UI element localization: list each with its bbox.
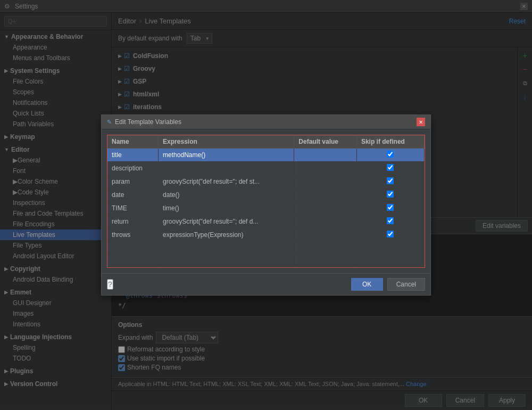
- cell-expression: expressionType(Expression): [159, 228, 294, 242]
- cell-name: TIME: [107, 202, 159, 215]
- modal-title-label: Edit Template Variables: [115, 118, 181, 126]
- cell-expression: groovyScript("def result=''; def d...: [159, 215, 294, 228]
- edit-template-variables-dialog: ✎ Edit Template Variables ✕ Name Express…: [101, 114, 431, 296]
- cell-default: [294, 149, 357, 162]
- cell-default: [294, 175, 357, 188]
- table-row-empty: [107, 255, 425, 267]
- cell-skip: [356, 188, 424, 202]
- modal-title-bar: ✎ Edit Template Variables ✕: [102, 115, 430, 129]
- modal-table-container: Name Expression Default value Skip if de…: [107, 135, 425, 268]
- cell-expression: date(): [159, 188, 294, 202]
- cell-expression: groovyScript("def result=''; def st...: [159, 175, 294, 188]
- modal-icon: ✎: [107, 119, 112, 126]
- skip-checkbox-3[interactable]: [387, 191, 394, 198]
- cell-default: [294, 162, 357, 175]
- col-expression: Expression: [159, 135, 294, 149]
- cell-name: description: [107, 162, 159, 175]
- skip-checkbox-1[interactable]: [387, 164, 394, 171]
- cell-skip: [356, 215, 424, 228]
- skip-checkbox-6[interactable]: [387, 231, 394, 237]
- col-skip-if-defined: Skip if defined: [356, 135, 424, 149]
- table-row[interactable]: TIME time(): [107, 202, 425, 215]
- cell-name: date: [107, 188, 159, 202]
- cell-name: return: [107, 215, 159, 228]
- modal-variables-table: Name Expression Default value Skip if de…: [107, 135, 425, 267]
- cell-name: title: [107, 149, 159, 162]
- cell-default: [294, 228, 357, 242]
- skip-checkbox-5[interactable]: [387, 217, 394, 224]
- cell-skip: [356, 228, 424, 242]
- skip-checkbox-4[interactable]: [387, 204, 394, 211]
- table-row[interactable]: date date(): [107, 188, 425, 202]
- skip-checkbox-0[interactable]: [387, 151, 394, 158]
- cell-skip: [356, 149, 424, 162]
- cell-expression: methodName(): [159, 149, 294, 162]
- modal-footer: ? OK Cancel: [102, 273, 430, 295]
- table-row[interactable]: description: [107, 162, 425, 175]
- modal-footer-buttons: OK Cancel: [351, 278, 425, 291]
- col-name: Name: [107, 135, 159, 149]
- col-default-value: Default value: [294, 135, 357, 149]
- help-button[interactable]: ?: [107, 279, 113, 290]
- cell-default: [294, 188, 357, 202]
- table-row-empty: [107, 242, 425, 255]
- table-row[interactable]: param groovyScript("def result=''; def s…: [107, 175, 425, 188]
- table-row[interactable]: throws expressionType(Expression): [107, 228, 425, 242]
- cell-skip: [356, 162, 424, 175]
- cell-skip: [356, 175, 424, 188]
- cell-default: [294, 215, 357, 228]
- modal-overlay: ✎ Edit Template Variables ✕ Name Express…: [0, 0, 532, 410]
- modal-cancel-button[interactable]: Cancel: [387, 278, 425, 291]
- cell-expression: time(): [159, 202, 294, 215]
- cell-expression: [159, 162, 294, 175]
- cell-name: throws: [107, 228, 159, 242]
- skip-checkbox-2[interactable]: [387, 177, 394, 184]
- cell-default: [294, 202, 357, 215]
- table-row[interactable]: title methodName(): [107, 149, 425, 162]
- modal-close-button[interactable]: ✕: [417, 118, 425, 126]
- table-row[interactable]: return groovyScript("def result=''; def …: [107, 215, 425, 228]
- modal-ok-button[interactable]: OK: [351, 278, 383, 291]
- cell-skip: [356, 202, 424, 215]
- modal-title-text: ✎ Edit Template Variables: [107, 118, 181, 126]
- table-header-row: Name Expression Default value Skip if de…: [107, 135, 425, 149]
- cell-name: param: [107, 175, 159, 188]
